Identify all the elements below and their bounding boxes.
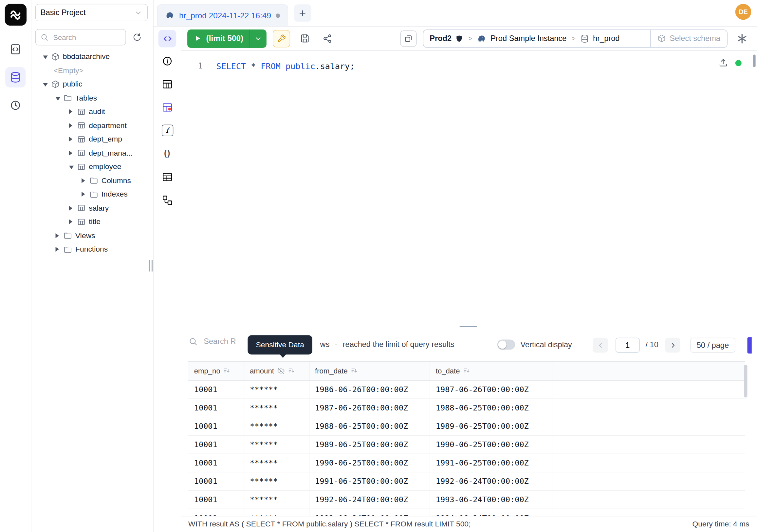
cell-emp-no[interactable]: 10001 <box>188 435 244 454</box>
cell-emp-no[interactable]: 10001 <box>188 454 244 472</box>
prev-page-button[interactable] <box>593 338 608 353</box>
sort-icon[interactable] <box>463 367 470 374</box>
cell-emp-no[interactable]: 10001 <box>188 509 244 516</box>
caret-right-icon[interactable] <box>69 123 74 128</box>
sql-editor[interactable]: 1 SELECT * FROM public.salary; <box>181 51 757 327</box>
export-button-edge[interactable] <box>747 337 752 354</box>
run-query-button[interactable]: (limit 500) <box>187 29 266 47</box>
user-avatar[interactable]: DE <box>735 4 751 20</box>
sidebar-resize-handle[interactable] <box>149 260 153 271</box>
cell-emp-no[interactable]: 10001 <box>188 380 244 398</box>
ai-assistant-button[interactable] <box>734 31 750 46</box>
page-size-select[interactable]: 50 / page <box>690 338 735 353</box>
caret-right-icon[interactable] <box>69 110 74 114</box>
format-sql-button[interactable] <box>400 30 416 47</box>
tree-item-dept-emp[interactable]: dept_emp <box>35 132 153 146</box>
caret-right-icon[interactable] <box>56 233 61 238</box>
cell-emp-no[interactable]: 10001 <box>188 490 244 509</box>
sensitive-data-panel-button[interactable] <box>162 102 173 113</box>
cell-amount-masked[interactable]: ****** <box>244 380 309 398</box>
new-tab-button[interactable]: + <box>294 4 311 22</box>
cell-amount-masked[interactable]: ****** <box>244 398 309 417</box>
tables-panel-button[interactable] <box>162 78 173 90</box>
cell-to-date[interactable]: 1993-06-24T00:00:00Z <box>430 490 552 509</box>
cell-emp-no[interactable]: 10001 <box>188 417 244 435</box>
cell-from-date[interactable]: 1987-06-26T00:00:00Z <box>309 398 430 417</box>
sort-icon[interactable] <box>351 367 358 374</box>
save-sheet-button[interactable] <box>296 30 313 47</box>
cell-amount-masked[interactable]: ****** <box>244 435 309 454</box>
caret-right-icon[interactable] <box>69 137 74 142</box>
cell-amount-masked[interactable]: ****** <box>244 417 309 435</box>
cell-to-date[interactable]: 1990-06-25T00:00:00Z <box>430 435 552 454</box>
cell-from-date[interactable]: 1989-06-25T00:00:00Z <box>309 435 430 454</box>
sort-icon[interactable] <box>288 367 295 374</box>
cell-to-date[interactable]: 1994-06-24T00:00:00Z <box>430 509 552 516</box>
tree-item-audit[interactable]: audit <box>35 105 153 119</box>
cell-amount-masked[interactable]: ****** <box>244 472 309 490</box>
next-page-button[interactable] <box>665 338 681 353</box>
share-button[interactable] <box>319 30 336 47</box>
caret-right-icon[interactable] <box>69 206 74 211</box>
cell-emp-no[interactable]: 10001 <box>188 472 244 490</box>
tab-hr-prod[interactable]: hr_prod 2024-11-22 16:49 <box>157 4 288 26</box>
info-panel-button[interactable] <box>162 55 173 67</box>
run-options-button[interactable] <box>250 34 266 42</box>
cell-to-date[interactable]: 1992-06-24T00:00:00Z <box>430 472 552 490</box>
tree-item-salary[interactable]: salary <box>35 201 153 215</box>
select-schema-button[interactable]: Select schema <box>650 30 727 47</box>
cell-to-date[interactable]: 1991-06-25T00:00:00Z <box>430 454 552 472</box>
connection-context[interactable]: Prod2 > Prod Sample Instance > hr_prod <box>423 33 650 43</box>
parameters-panel-button[interactable]: () <box>164 148 170 159</box>
caret-down-icon[interactable] <box>43 54 48 59</box>
nav-sql-editor[interactable] <box>5 39 25 59</box>
nav-history[interactable] <box>5 95 25 115</box>
tree-item-bbdataarchive[interactable]: bbdataarchive <box>35 50 153 64</box>
caret-right-icon[interactable] <box>81 178 86 183</box>
nav-databases[interactable] <box>5 67 25 87</box>
tree-item-tables[interactable]: Tables <box>35 91 153 105</box>
column-header-to-date[interactable]: to_date <box>430 362 552 380</box>
caret-right-icon[interactable] <box>69 219 74 224</box>
caret-down-icon[interactable] <box>69 165 74 169</box>
sidebar-search[interactable] <box>35 29 126 45</box>
sort-icon[interactable] <box>223 367 230 374</box>
bytebase-logo[interactable] <box>5 4 26 25</box>
schema-diagram-panel-button[interactable] <box>162 194 173 206</box>
code-panel-button[interactable] <box>159 30 176 47</box>
cell-from-date[interactable]: 1988-06-25T00:00:00Z <box>309 417 430 435</box>
cell-emp-no[interactable]: 10001 <box>188 398 244 417</box>
tree-item-dept-manager[interactable]: dept_mana... <box>35 146 153 160</box>
page-number-input[interactable] <box>616 338 640 353</box>
cell-from-date[interactable]: 1990-06-25T00:00:00Z <box>309 454 430 472</box>
refresh-button[interactable] <box>129 29 145 45</box>
caret-down-icon[interactable] <box>56 96 61 101</box>
column-header-emp-no[interactable]: emp_no <box>188 362 244 380</box>
tree-item-indexes[interactable]: Indexes <box>35 187 153 201</box>
cell-amount-masked[interactable]: ****** <box>244 490 309 509</box>
cell-to-date[interactable]: 1989-06-25T00:00:00Z <box>430 417 552 435</box>
tree-item-title[interactable]: title <box>35 215 153 229</box>
cell-to-date[interactable]: 1988-06-25T00:00:00Z <box>430 398 552 417</box>
results-scrollbar-thumb[interactable] <box>744 364 747 397</box>
caret-right-icon[interactable] <box>69 151 74 156</box>
tree-item-functions[interactable]: Functions <box>35 242 153 256</box>
cell-to-date[interactable]: 1987-06-26T00:00:00Z <box>430 380 552 398</box>
column-header-amount[interactable]: amount <box>244 362 309 380</box>
cell-from-date[interactable]: 1991-06-25T00:00:00Z <box>309 472 430 490</box>
sql-code-line[interactable]: SELECT * FROM public.salary; <box>216 61 355 71</box>
cell-from-date[interactable]: 1993-06-24T00:00:00Z <box>309 509 430 516</box>
cell-from-date[interactable]: 1986-06-26T00:00:00Z <box>309 380 430 398</box>
caret-right-icon[interactable] <box>81 192 86 197</box>
tree-item-employee[interactable]: employee <box>35 160 153 173</box>
table-list-panel-button[interactable] <box>162 171 173 182</box>
column-header-from-date[interactable]: from_date <box>309 362 430 380</box>
upload-sheet-button[interactable] <box>718 57 729 68</box>
tree-item-department[interactable]: department <box>35 119 153 132</box>
functions-panel-button[interactable]: f <box>162 124 173 136</box>
admin-mode-button[interactable] <box>273 30 290 47</box>
sidebar-search-input[interactable] <box>52 33 121 42</box>
editor-scrollbar-thumb[interactable] <box>753 55 755 67</box>
cell-amount-masked[interactable]: ****** <box>244 509 309 516</box>
project-select[interactable]: Basic Project <box>35 4 148 21</box>
